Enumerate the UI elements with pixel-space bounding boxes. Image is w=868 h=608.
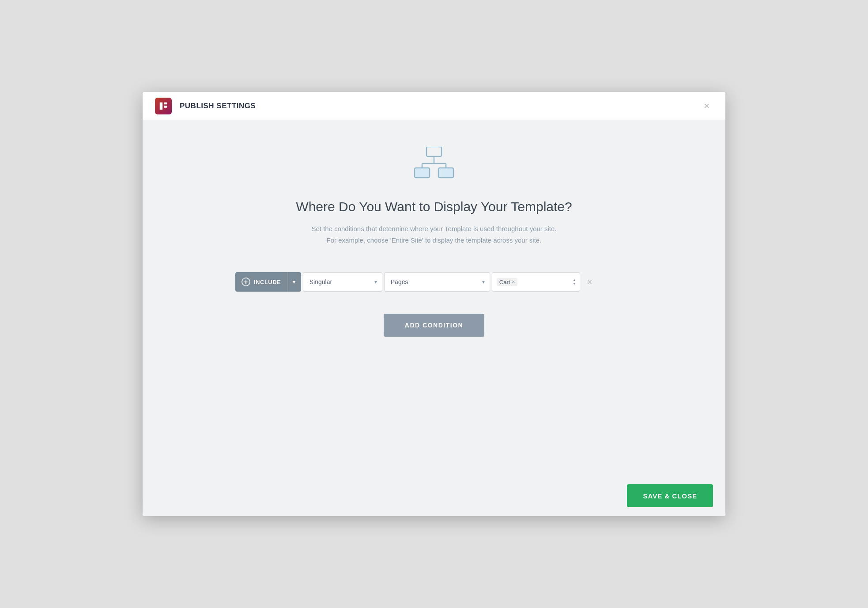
subtitle-line2: For example, choose 'Entire Site' to dis…: [327, 236, 542, 244]
condition-row-remove-button[interactable]: ×: [584, 276, 596, 288]
cart-arrows: ▲ ▼: [573, 278, 576, 286]
modal-header: PUBLISH SETTINGS ×: [143, 92, 725, 120]
cart-field[interactable]: Cart × ▲ ▼: [492, 272, 580, 292]
subtitle-line1: Set the conditions that determine where …: [311, 225, 556, 232]
cart-down-arrow: ▼: [573, 282, 576, 286]
include-dropdown-arrow: ▾: [287, 272, 301, 292]
modal-footer: SAVE & CLOSE: [143, 475, 725, 516]
svg-rect-3: [426, 147, 442, 156]
add-condition-button[interactable]: ADD CONDITION: [384, 314, 484, 337]
publish-settings-modal: PUBLISH SETTINGS × W: [143, 92, 725, 516]
cart-tag-label: Cart: [499, 279, 510, 285]
network-icon: [414, 147, 454, 182]
svg-rect-0: [160, 102, 162, 110]
svg-rect-8: [415, 168, 430, 178]
svg-rect-1: [164, 102, 167, 104]
singular-select[interactable]: Singular Entire Site Archive 404: [303, 272, 382, 292]
svg-rect-2: [164, 106, 167, 108]
include-button[interactable]: + INCLUDE ▾: [235, 272, 301, 292]
pages-select[interactable]: Pages Posts Products Categories: [384, 272, 490, 292]
modal-title: PUBLISH SETTINGS: [180, 102, 700, 110]
cart-tag: Cart ×: [497, 278, 518, 286]
include-plus-icon: +: [242, 277, 250, 286]
save-close-button[interactable]: SAVE & CLOSE: [627, 484, 713, 507]
singular-select-wrap: Singular Entire Site Archive 404 ▾: [303, 272, 382, 292]
elementor-logo-icon: [159, 101, 168, 111]
cart-up-arrow: ▲: [573, 278, 576, 282]
main-heading: Where Do You Want to Display Your Templa…: [296, 199, 572, 214]
condition-row: + INCLUDE ▾ Singular Entire Site Archive…: [235, 272, 633, 292]
modal-close-button[interactable]: ×: [700, 99, 713, 113]
elementor-logo: [155, 98, 172, 114]
cart-tag-remove[interactable]: ×: [512, 279, 515, 285]
pages-select-wrap: Pages Posts Products Categories ▾: [384, 272, 490, 292]
subtitle: Set the conditions that determine where …: [311, 223, 556, 246]
include-label: INCLUDE: [254, 279, 281, 285]
modal-body: Where Do You Want to Display Your Templa…: [143, 120, 725, 475]
svg-rect-9: [438, 168, 453, 178]
